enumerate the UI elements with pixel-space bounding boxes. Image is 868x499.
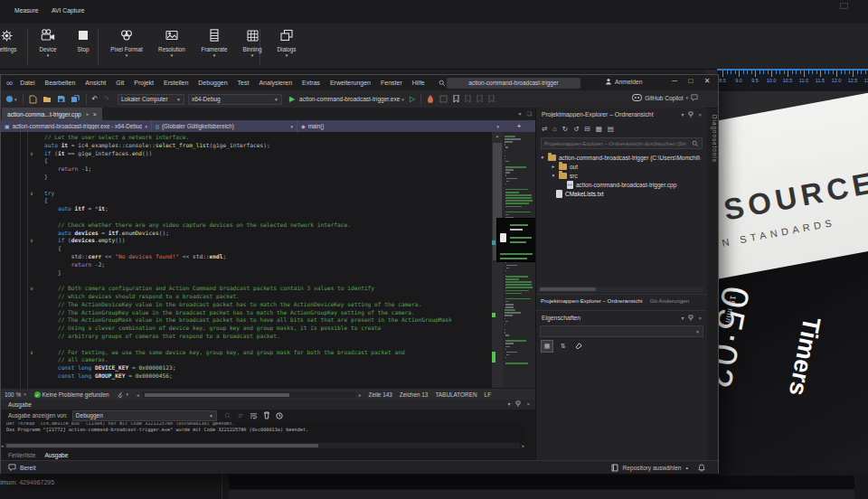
fold-collapse-icon[interactable]: ∨ [30,190,33,198]
caret-expanded-icon[interactable]: ▾ [540,155,545,160]
pin-icon[interactable]: ● [86,111,89,117]
properties-titlebar[interactable]: Eigenschaften ▾ × [536,311,707,325]
close-icon[interactable]: × [698,315,702,321]
explorer-horizontal-scrollbar[interactable] [538,287,703,292]
scroll-right-icon[interactable]: ▸ [522,443,524,448]
chevron-down-icon[interactable]: ▾ [401,97,404,102]
column-indicator[interactable]: Zeichen 13 [400,391,429,398]
clear-all-icon[interactable] [263,411,270,419]
solution-explorer-search[interactable] [541,137,703,149]
undo-icon[interactable]: ↶ [92,95,99,103]
menu-erstellen[interactable]: Erstellen [164,80,188,86]
menu-extras[interactable]: Extras [302,80,320,86]
pin-icon[interactable] [688,315,693,321]
sync-with-active-document-icon[interactable]: ↻ [562,125,568,133]
redo-icon[interactable]: ↷ [103,95,109,103]
tab-close-icon[interactable]: × [93,111,97,118]
tree-item-cmakelists[interactable]: CMakeLists.txt [536,190,707,199]
startup-target-combo[interactable]: Lokaler Computer▼ [118,94,184,105]
fold-collapse-icon[interactable]: ∨ [30,150,33,158]
scrollbar-thumb[interactable] [145,393,289,397]
signin-button[interactable]: Anmelden [605,78,643,85]
breadcrumb-function[interactable]: ◆ main() ▾ [297,120,503,132]
framerate-button[interactable]: Framerate ▾ [193,27,235,67]
run-icon[interactable]: ▶ [289,95,295,103]
categorized-icon[interactable]: ▦ [541,340,553,353]
find-icon[interactable] [224,412,231,419]
run-without-debug-icon[interactable]: ▷ [410,95,415,103]
close-icon[interactable]: × [698,112,702,118]
property-pages-icon[interactable] [573,341,584,352]
output-log[interactable]: Der Thread 'ic4.device_bus' (11304) hat … [1,422,526,442]
output-panel-header[interactable]: Ausgabe ▾ × [1,400,535,410]
binning-button[interactable]: Binning ▾ [233,27,271,67]
menu-bearbeiten[interactable]: Bearbeiten [44,80,75,86]
output-horizontal-scrollbar[interactable] [5,443,520,448]
new-item-icon[interactable] [29,95,37,104]
tab-avi-capture[interactable]: AVI Capture [52,7,85,14]
bell-icon[interactable] [698,464,705,472]
tree-item-out-folder[interactable]: ▸ out [536,162,707,171]
menu-fenster[interactable]: Fenster [381,80,402,86]
menu-erweiterungen[interactable]: Erweiterungen [330,80,371,86]
property-row[interactable] [229,475,854,489]
repository-selector[interactable]: Repository auswählen ▴ [611,461,705,474]
code-editor[interactable]: ∨∨∨∨∨ // Let the user select a network i… [1,132,492,388]
fold-margin[interactable]: ∨∨∨∨∨ [30,134,39,388]
dialogs-button[interactable]: Dialogs ▾ [268,27,306,67]
scroll-left-icon[interactable]: ◂ [1,443,4,448]
window-title[interactable]: action-command-broadcast-trigger [447,78,580,89]
pixel-format-button[interactable]: Pixel Format ▾ [103,27,150,67]
tree-item-cpp-file[interactable]: action-command-broadcast-trigger.cpp [536,181,707,190]
find-next-icon[interactable] [237,412,244,419]
problems-indicator[interactable]: ✓ Keine Probleme gefunden [34,391,109,398]
minimize-button[interactable]: ─ [667,77,682,85]
device-button[interactable]: Device ▾ [29,27,67,67]
editor-horizontal-scrollbar[interactable] [143,391,355,398]
scroll-left-icon[interactable]: ◂ [137,392,139,398]
zoom-control[interactable]: 100 % ▼ [5,391,27,398]
tab-diagnosetools[interactable]: Diagnosetools [706,111,718,223]
tree-item-src-folder[interactable]: ▾ src [536,171,707,180]
home-icon[interactable]: ⌂ [552,125,557,133]
menu-test[interactable]: Test [238,80,250,86]
float-window-icon[interactable]: ❏ [527,110,532,117]
bookmark-icon[interactable] [453,95,459,103]
search-input[interactable] [542,141,689,146]
open-folder-icon[interactable] [42,95,52,103]
chevron-down-icon[interactable]: ▾ [681,111,684,118]
close-icon[interactable]: × [526,401,530,407]
pin-icon[interactable] [688,111,693,118]
save-all-icon[interactable] [71,95,80,103]
menu-datei[interactable]: Datei [20,80,34,86]
output-source-combo[interactable]: Debuggen▼ [72,410,217,421]
collapse-all-icon[interactable]: ⊟ [584,125,590,133]
menu-debuggen[interactable]: Debuggen [198,80,227,86]
github-copilot-button[interactable]: GitHub Copilot ▾ [632,94,698,101]
close-button[interactable]: ✕ [700,77,714,85]
tab-ordneransicht[interactable]: Projektmappen-Explorer – Ordneransicht [541,297,642,304]
maximize-button[interactable]: □ [684,77,698,85]
start-page-icon[interactable]: ▾ [5,95,17,103]
solution-explorer-titlebar[interactable]: Projektmappen-Explorer – Ordneransicht ▾… [536,108,707,121]
tab-fehlerliste[interactable]: Fehlerliste [8,452,35,458]
menu-projekt[interactable]: Projekt [134,80,154,86]
caret-expanded-icon[interactable]: ▾ [551,173,556,178]
indentation-indicator[interactable]: TABULATOREN [435,391,476,398]
code-cleanup-button[interactable]: ▼ [117,391,129,399]
scrollbar-thumb[interactable] [6,444,318,447]
tab-list-chevron-icon[interactable]: ▾ [519,110,522,117]
properties-object-combo[interactable]: ▼ [540,325,703,337]
settings-button[interactable]: Settings [0,27,27,67]
bookmark-prev-icon[interactable] [465,95,471,103]
menu-hilfe[interactable]: Hilfe [412,80,425,86]
scroll-up-icon[interactable]: ▴ [492,132,503,139]
refresh-icon[interactable]: ↺ [573,125,579,133]
bookmark-next-icon[interactable] [476,95,483,103]
attach-icon[interactable] [439,95,448,103]
eol-indicator[interactable]: LF [485,391,491,398]
fold-collapse-icon[interactable]: ∨ [30,285,33,293]
caret-collapsed-icon[interactable]: ▸ [551,164,556,169]
fold-collapse-icon[interactable]: ∨ [30,349,33,357]
tab-git-aenderungen[interactable]: Git-Änderungen [649,297,689,304]
